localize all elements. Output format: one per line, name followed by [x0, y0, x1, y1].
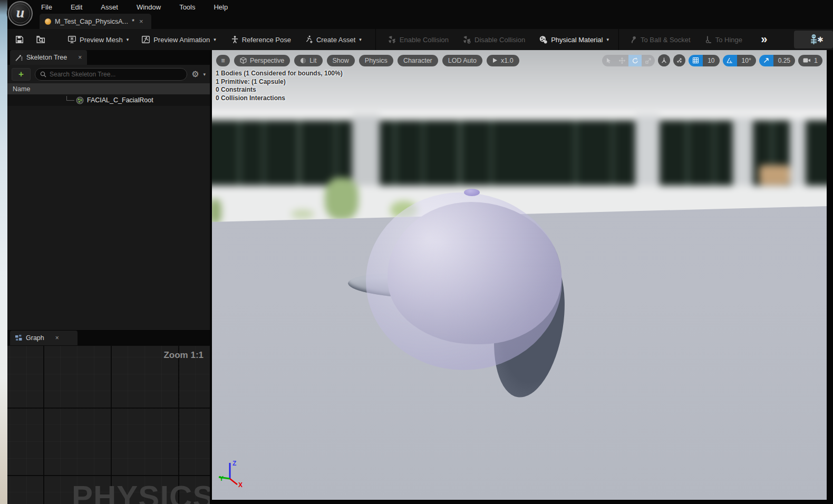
move-tool-icon[interactable]	[615, 55, 628, 66]
lit-mode-button[interactable]: Lit	[294, 55, 322, 66]
scale-tool-icon[interactable]	[642, 55, 655, 66]
preview-animation-button[interactable]: Preview Animation ▾	[139, 32, 218, 47]
reference-pose-button[interactable]: Reference Pose	[229, 32, 293, 47]
browse-to-asset-button[interactable]	[34, 32, 47, 47]
scale-snap-icon	[759, 55, 773, 66]
scale-snap-value: 0.25	[773, 55, 795, 66]
add-body-button[interactable]: +	[12, 68, 31, 81]
to-hinge-button: To Hinge	[702, 32, 744, 47]
camera-icon	[803, 57, 811, 63]
skeleton-tree-controls: + ⚙ ▾	[7, 65, 210, 83]
skeleton-tree-tab[interactable]: Skeleton Tree ×	[10, 50, 87, 65]
title-bar: File Edit Asset Window Tools Help	[7, 0, 833, 14]
menu-window[interactable]: Window	[135, 3, 162, 11]
window-mullion	[263, 120, 265, 187]
physical-material-icon	[539, 35, 548, 44]
asset-tab[interactable]: M_Test_Cap_PhysicsA... * ×	[40, 14, 151, 29]
skeleton-toggle-button[interactable]	[794, 31, 833, 49]
menu-edit[interactable]: Edit	[70, 3, 83, 11]
window-mullion	[335, 120, 337, 187]
scale-snap-control[interactable]: 0.25	[759, 55, 795, 66]
graph-tab[interactable]: Graph ×	[10, 331, 78, 345]
preview-animation-label: Preview Animation	[153, 36, 210, 44]
select-tool-icon[interactable]	[602, 55, 615, 66]
asset-tab-close-icon[interactable]: ×	[139, 17, 143, 25]
character-label: Character	[403, 57, 432, 64]
world-local-gizmo-button[interactable]	[658, 54, 670, 66]
window-mullion	[394, 120, 396, 187]
graph-zoom-level: Zoom 1:1	[163, 350, 204, 361]
skeleton-tree-panel: Skeleton Tree × + ⚙ ▾ Name FACIAL_C_Faci…	[7, 50, 210, 330]
play-icon	[492, 57, 498, 63]
to-ball-socket-button: To Ball & Socket	[627, 32, 693, 47]
physical-material-label: Physical Material	[551, 36, 603, 44]
toolbar-overflow-button[interactable]: »	[761, 33, 766, 46]
axis-z-label: Z	[233, 460, 236, 467]
grid-snap-control[interactable]: 10	[689, 55, 719, 66]
create-asset-label: Create Asset	[316, 36, 355, 44]
skeleton-tree-tab-close-icon[interactable]: ×	[78, 54, 82, 61]
name-column-header[interactable]: Name	[7, 83, 210, 94]
ball-socket-icon	[629, 35, 637, 44]
window-mullion	[490, 120, 492, 187]
building-pillar	[790, 119, 806, 188]
reference-pose-label: Reference Pose	[242, 36, 291, 44]
physics-menu-button[interactable]: Physics	[359, 55, 393, 66]
stat-bodies: 1 Bodies (1 Considered for bounds, 100%)	[216, 70, 343, 78]
stat-constraints: 0 Constraints	[216, 86, 343, 94]
menu-help[interactable]: Help	[212, 3, 229, 11]
window-mullion	[612, 120, 614, 187]
preview-mesh-button[interactable]: Preview Mesh ▾	[65, 32, 131, 47]
graph-panel: Graph × Zoom 1:1 PHYSICS	[7, 331, 210, 504]
desktop-edge-strip	[0, 0, 7, 504]
tree-row-label: FACIAL_C_FacialRoot	[87, 96, 153, 104]
skeleton-tree-tab-bar: Skeleton Tree ×	[7, 50, 210, 65]
physical-material-button[interactable]: Physical Material ▾	[537, 32, 611, 47]
unreal-logo-icon[interactable]: u	[8, 1, 33, 26]
menu-file[interactable]: File	[40, 3, 53, 11]
chevron-down-icon: ▾	[606, 37, 609, 42]
perspective-button[interactable]: Perspective	[234, 55, 290, 66]
menu-tools[interactable]: Tools	[178, 3, 196, 11]
menu-asset[interactable]: Asset	[100, 3, 119, 11]
transform-tool-group[interactable]	[602, 55, 655, 66]
3d-viewport[interactable]: ≡ Perspective Lit Show Physics Character…	[212, 50, 827, 500]
rotation-snap-value: 10°	[737, 55, 756, 66]
viewport-menu-button[interactable]: ≡	[216, 55, 230, 66]
graph-tab-bar: Graph ×	[7, 331, 210, 345]
preview-animation-icon	[141, 35, 150, 44]
axis-x-label: X	[238, 481, 243, 488]
axis-gizmo: Z Y X	[215, 458, 245, 488]
gear-icon[interactable]: ⚙	[191, 69, 199, 79]
graph-canvas[interactable]: Zoom 1:1 PHYSICS	[7, 346, 210, 504]
main-toolbar: Preview Mesh ▾ Preview Animation ▾ Refer…	[7, 29, 833, 50]
gear-chevron-down-icon[interactable]: ▾	[203, 72, 206, 77]
create-asset-button[interactable]: Create Asset ▾	[303, 32, 364, 47]
show-menu-button[interactable]: Show	[327, 55, 355, 66]
search-input[interactable]	[50, 71, 182, 78]
playback-speed-button[interactable]: x1.0	[487, 55, 519, 66]
rotate-tool-icon[interactable]	[628, 55, 642, 66]
skeleton-tree-search[interactable]	[35, 68, 187, 81]
graph-tab-close-icon[interactable]: ×	[55, 334, 59, 342]
surface-snapping-button[interactable]	[673, 54, 685, 66]
asset-tab-bar: M_Test_Cap_PhysicsA... * ×	[7, 14, 833, 29]
lod-auto-button[interactable]: LOD Auto	[442, 55, 482, 66]
character-menu-button[interactable]: Character	[398, 55, 438, 66]
rotation-snap-control[interactable]: 10°	[723, 55, 756, 66]
window-mullion	[238, 120, 240, 187]
save-button[interactable]	[13, 32, 26, 47]
camera-speed-control[interactable]: 1	[798, 55, 822, 66]
window-mullion	[575, 120, 577, 187]
enable-collision-icon	[388, 35, 396, 44]
tree-row-facial-root[interactable]: FACIAL_C_FacialRoot	[7, 94, 210, 106]
asset-tab-title: M_Test_Cap_PhysicsA...	[55, 18, 128, 25]
folder-search-icon	[36, 35, 45, 44]
stat-collision-interactions: 0 Collision Interactions	[216, 94, 343, 103]
search-icon	[40, 71, 46, 77]
toolbar-separator	[618, 29, 619, 50]
grid-snap-value: 10	[703, 55, 719, 66]
hinge-icon	[704, 35, 712, 44]
skeleton-tree-tab-label: Skeleton Tree	[26, 54, 67, 61]
physics-capsule-body[interactable]	[366, 192, 562, 370]
